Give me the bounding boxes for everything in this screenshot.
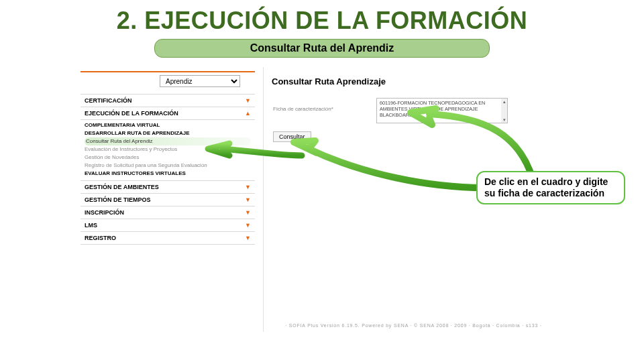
nav-subitem[interactable]: Evaluación de Instructores y Proyectos xyxy=(85,145,251,154)
role-select[interactable]: Aprendiz xyxy=(160,75,240,87)
nav-label: GESTIÓN DE TIEMPOS xyxy=(85,196,151,203)
left-nav: CERTIFICACIÓN ▼ EJECUCIÓN DE LA FORMACIÓ… xyxy=(80,94,255,245)
orange-divider xyxy=(80,71,255,72)
nav-subheader: EVALUAR INSTRUCTORES VIRTUALES xyxy=(85,170,251,178)
chevron-down-icon: ▼ xyxy=(245,196,251,203)
nav-subitem-consultar-ruta[interactable]: Consultar Ruta del Aprendiz xyxy=(85,137,251,145)
chevron-down-icon: ▼ xyxy=(245,97,251,104)
chevron-down-icon: ▼ xyxy=(245,184,251,190)
scroll-down-icon[interactable]: ▾ xyxy=(501,117,507,123)
ficha-label: Ficha de caracterización* xyxy=(273,106,333,112)
slide-title: 2. EJECUCIÓN DE LA FORMACIÓN xyxy=(0,0,644,39)
nav-item-registro[interactable]: REGISTRO ▼ xyxy=(80,232,255,245)
nav-subitem[interactable]: Registro de Solicitud para una Segunda E… xyxy=(85,162,251,170)
footer-text: · SOFIA Plus Versión 6.19.5. Powered by … xyxy=(264,323,564,328)
nav-label: INSCRIPCIÓN xyxy=(85,209,124,216)
nav-label: LMS xyxy=(85,222,97,229)
panel-title: Consultar Ruta Aprendizaje xyxy=(264,67,564,86)
nav-item-gestion-tiempos[interactable]: GESTIÓN DE TIEMPOS ▼ xyxy=(80,194,255,206)
chevron-down-icon: ▼ xyxy=(245,222,251,229)
nav-label: CERTIFICACIÓN xyxy=(85,97,132,104)
nav-item-ejecucion[interactable]: EJECUCIÓN DE LA FORMACIÓN ▲ xyxy=(80,107,255,120)
nav-item-inscripcion[interactable]: INSCRIPCIÓN ▼ xyxy=(80,206,255,219)
subtitle-pill: Consultar Ruta del Aprendiz xyxy=(154,39,490,58)
nav-item-gestion-ambientes[interactable]: GESTIÓN DE AMBIENTES ▼ xyxy=(80,181,255,194)
chevron-up-icon: ▲ xyxy=(245,110,251,117)
nav-label: GESTIÓN DE AMBIENTES xyxy=(85,184,159,190)
nav-label: REGISTRO xyxy=(85,235,116,241)
nav-item-lms[interactable]: LMS ▼ xyxy=(80,219,255,232)
nav-item-certificacion[interactable]: CERTIFICACIÓN ▼ xyxy=(80,94,255,107)
chevron-down-icon: ▼ xyxy=(245,235,251,241)
ficha-scrollbar[interactable]: ▴ ▾ xyxy=(501,98,508,123)
nav-subitem[interactable]: Gestión de Novedades xyxy=(85,154,251,162)
nav-sublist: COMPLEMENTARIA VIRTUAL DESARROLLAR RUTA … xyxy=(80,120,255,181)
nav-label: EJECUCIÓN DE LA FORMACIÓN xyxy=(85,110,178,117)
nav-subheader: DESARROLLAR RUTA DE APRENDIZAJE xyxy=(85,129,251,137)
ficha-listbox[interactable]: 601196-FORMACION TECNOPEDAGOGICA EN AMBI… xyxy=(376,98,504,123)
instruction-callout: De clic en el cuadro y digite su ficha d… xyxy=(476,171,625,204)
consultar-button[interactable]: Consultar xyxy=(273,131,311,142)
nav-subheader: COMPLEMENTARIA VIRTUAL xyxy=(85,121,251,129)
scroll-up-icon[interactable]: ▴ xyxy=(501,99,507,105)
chevron-down-icon: ▼ xyxy=(245,209,251,216)
